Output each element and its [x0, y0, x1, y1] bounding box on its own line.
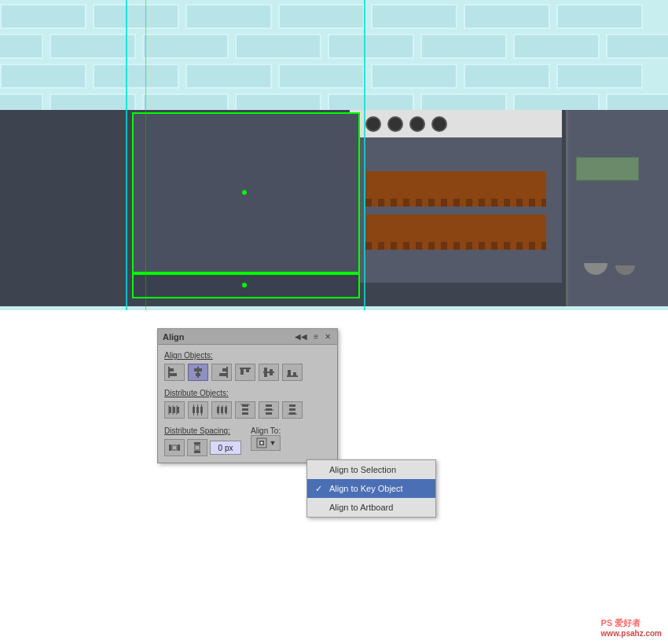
panel-menu-btn[interactable]: ≡ — [312, 332, 320, 341]
canvas-area — [0, 0, 668, 310]
watermark: PS 爱好者 www.psahz.com — [601, 617, 662, 638]
svg-rect-55 — [195, 445, 200, 450]
burner-2 — [387, 116, 403, 132]
distribute-spacing-label: Distribute Spacing: — [164, 426, 241, 435]
panel-controls: ◀◀ ≡ ✕ — [293, 332, 332, 341]
bottom-section: Distribute Spacing: 0 px Align To: ▼ — [164, 426, 331, 456]
cabinet-shelf — [576, 157, 639, 181]
svg-rect-44 — [289, 404, 295, 407]
panel-title: Align — [163, 332, 185, 342]
spacing-controls: 0 px — [164, 439, 241, 456]
oven-rack-2 — [365, 214, 546, 250]
dropdown-label-key-object: Align to Key Object — [329, 484, 403, 493]
anchor-dot-main — [242, 190, 247, 195]
distribute-objects-label: Distribute Objects: — [164, 389, 331, 397]
align-bottom-btn[interactable] — [282, 364, 303, 381]
svg-point-60 — [260, 442, 262, 445]
guide-line-v3 — [145, 0, 146, 310]
distribute-right-btn[interactable] — [211, 401, 232, 419]
spacing-v-btn[interactable] — [187, 439, 207, 456]
panel-body: Align Objects: — [158, 345, 337, 463]
guide-line-v2 — [364, 0, 365, 310]
svg-rect-9 — [240, 368, 244, 375]
check-key-object: ✓ — [315, 484, 325, 494]
align-objects-label: Align Objects: — [164, 351, 331, 360]
distribute-center-v-btn[interactable] — [188, 401, 208, 419]
distribute-spacing-section: Distribute Spacing: 0 px — [164, 426, 241, 456]
burner-3 — [409, 116, 425, 132]
dropdown-item-key-object[interactable]: ✓ Align to Key Object — [307, 479, 435, 498]
panel-close-btn[interactable]: ✕ — [323, 332, 332, 341]
burner-4 — [431, 116, 447, 132]
svg-rect-38 — [242, 412, 248, 415]
dropdown-label-selection: Align to Selection — [329, 465, 396, 474]
align-center-h-btn[interactable] — [259, 364, 279, 381]
align-right-btn[interactable] — [211, 364, 232, 381]
oven-rack-1 — [365, 171, 546, 207]
svg-rect-50 — [172, 445, 177, 450]
svg-rect-45 — [289, 408, 295, 411]
dropdown-item-artboard[interactable]: Align to Artboard — [307, 498, 435, 517]
svg-rect-40 — [266, 404, 272, 407]
distribute-left-btn[interactable] — [164, 401, 185, 419]
svg-rect-15 — [288, 370, 291, 376]
align-to-dropdown: Align to Selection ✓ Align to Key Object… — [306, 459, 436, 518]
watermark-line2: www.psahz.com — [601, 629, 662, 638]
svg-rect-49 — [178, 445, 180, 451]
watermark-line1: PS 爱好者 — [601, 617, 662, 629]
right-cabinet — [566, 110, 668, 306]
spacing-input[interactable]: 0 px — [210, 441, 241, 455]
align-panel: Align ◀◀ ≡ ✕ Align Objects: — [157, 328, 338, 463]
panel-collapse-btn[interactable]: ◀◀ — [293, 332, 309, 341]
align-to-btn[interactable]: ▼ — [251, 435, 281, 451]
guide-line-v1 — [126, 0, 127, 310]
svg-rect-54 — [194, 451, 200, 453]
align-top-btn[interactable] — [235, 364, 255, 381]
svg-rect-48 — [169, 445, 171, 451]
distribute-center-h-btn[interactable] — [259, 401, 279, 419]
distribute-bottom-btn[interactable] — [282, 401, 303, 419]
align-objects-icons — [164, 364, 331, 381]
oven-top — [350, 110, 562, 137]
svg-rect-7 — [219, 373, 227, 376]
svg-rect-53 — [194, 442, 200, 445]
panel-titlebar: Align ◀◀ ≡ ✕ — [158, 329, 337, 345]
burner-1 — [365, 116, 381, 132]
dropdown-label-artboard: Align to Artboard — [329, 503, 393, 512]
anchor-dot-bar — [242, 283, 247, 287]
svg-rect-42 — [266, 412, 272, 415]
align-to-section: Align To: ▼ — [251, 426, 281, 451]
dropdown-item-selection[interactable]: Align to Selection — [307, 460, 435, 479]
oven-body — [350, 137, 562, 283]
align-center-v-btn[interactable] — [188, 364, 208, 381]
distribute-objects-icons — [164, 401, 331, 419]
svg-rect-37 — [242, 408, 248, 411]
distribute-top-btn[interactable] — [235, 401, 255, 419]
spacing-h-btn[interactable] — [164, 439, 185, 456]
align-to-label: Align To: — [251, 426, 281, 435]
svg-rect-1 — [169, 373, 177, 376]
align-left-btn[interactable] — [164, 364, 185, 381]
